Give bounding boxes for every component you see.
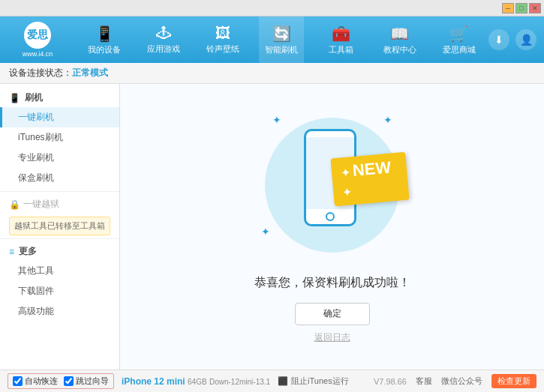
nav-tutorial[interactable]: 📖 教程中心 — [377, 16, 422, 63]
flash-section-title: 刷机 — [25, 91, 43, 104]
phone-home-btn — [326, 212, 335, 221]
sidebar-item-pro-flash[interactable]: 专业刷机 — [0, 148, 119, 168]
my-device-label: 我的设备 — [88, 44, 121, 55]
sidebar-item-itunes-flash[interactable]: iTunes刷机 — [0, 127, 119, 148]
nav-store[interactable]: 🛒 爱思商城 — [437, 16, 482, 63]
bottom-right: V7.98.66 客服 微信公众号 检查更新 — [374, 374, 536, 388]
nav-right: ⬇ 👤 — [488, 29, 544, 50]
sidebar-section-more: ≡ 更多 — [0, 242, 119, 261]
toolbox-icon: 🧰 — [332, 25, 350, 43]
smart-flash-icon: 🔄 — [272, 25, 291, 43]
logo-url: www.i4.cn — [23, 50, 53, 58]
jailbreak-notice: 越狱工具已转移至工具箱 — [9, 217, 110, 235]
download-button[interactable]: ⬇ — [488, 29, 509, 50]
skip-wizard-checkbox[interactable]: 跳过向导 — [64, 376, 109, 387]
jailbreak-title: 一键越狱 — [23, 198, 59, 211]
apps-games-label: 应用游戏 — [147, 43, 180, 55]
auto-connect-checkbox[interactable]: 自动恢连 — [13, 376, 58, 387]
ringtone-label: 铃声壁纸 — [206, 43, 239, 55]
sidebar-item-one-click-flash[interactable]: 一键刷机 — [0, 107, 119, 127]
smart-flash-label: 智能刷机 — [265, 44, 298, 55]
main-layout: 📱 刷机 一键刷机 iTunes刷机 专业刷机 保盒刷机 🔒 一键越狱 越狱工具… — [0, 84, 544, 370]
more-section-title: 更多 — [19, 245, 37, 258]
confirm-button[interactable]: 确定 — [295, 303, 370, 325]
lock-icon: 🔒 — [9, 199, 20, 210]
status-prefix: 设备连接状态： — [9, 67, 72, 79]
user-button[interactable]: 👤 — [515, 29, 536, 50]
phone-illustration: ✦ ✦ ✦ NEW — [257, 110, 407, 260]
top-nav: 爱思 www.i4.cn 📱 我的设备 🕹 应用游戏 🖼 铃声壁纸 🔄 智能刷机… — [0, 16, 544, 63]
sparkle-tl: ✦ — [272, 114, 281, 126]
sidebar-item-save-flash[interactable]: 保盒刷机 — [0, 168, 119, 188]
nav-apps-games[interactable]: 🕹 应用游戏 — [141, 16, 186, 63]
device-name: iPhone 12 mini — [122, 376, 185, 387]
skip-wizard-input[interactable] — [64, 376, 74, 386]
auto-connect-input[interactable] — [13, 376, 23, 386]
nav-items: 📱 我的设备 🕹 应用游戏 🖼 铃声壁纸 🔄 智能刷机 🧰 工具箱 📖 教程中心… — [75, 16, 488, 63]
status-bar: 设备连接状态： 正常模式 — [0, 63, 544, 84]
nav-my-device[interactable]: 📱 我的设备 — [82, 16, 127, 63]
version-text: V7.98.66 — [374, 377, 407, 386]
itunes-icon: ⬛ — [278, 376, 288, 386]
return-link[interactable]: 返回日志 — [314, 331, 350, 344]
nav-ringtone-wallpaper[interactable]: 🖼 铃声壁纸 — [200, 16, 245, 63]
my-device-icon: 📱 — [95, 25, 114, 43]
status-value: 正常模式 — [72, 67, 108, 79]
new-badge: NEW — [330, 151, 409, 205]
store-icon: 🛒 — [449, 25, 468, 43]
sidebar-item-other-tools[interactable]: 其他工具 — [0, 261, 119, 281]
more-section-icon: ≡ — [9, 247, 14, 257]
customer-service-link[interactable]: 客服 — [416, 376, 432, 387]
bottom-left: 自动恢连 跳过向导 iPhone 12 mini 64GB Down-12min… — [8, 373, 349, 389]
device-info: iPhone 12 mini 64GB Down-12mini-13.1 — [122, 376, 270, 387]
sidebar-section-flash: 📱 刷机 — [0, 88, 119, 107]
apps-games-icon: 🕹 — [156, 25, 171, 42]
itunes-notice: ⬛ 阻止iTunes运行 — [278, 376, 349, 387]
logo-icon: 爱思 — [24, 22, 51, 49]
bottom-bar: 自动恢连 跳过向导 iPhone 12 mini 64GB Down-12min… — [0, 370, 544, 392]
device-model: Down-12mini-13.1 — [209, 378, 270, 386]
flash-section-icon: 📱 — [9, 93, 20, 103]
bottom-checkboxes: 自动恢连 跳过向导 — [8, 373, 114, 389]
logo-area: 爱思 www.i4.cn — [0, 17, 75, 62]
sidebar-item-advanced[interactable]: 高级功能 — [0, 301, 119, 322]
check-update-button[interactable]: 检查更新 — [491, 374, 536, 388]
sidebar-item-download-firmware[interactable]: 下载固件 — [0, 281, 119, 301]
minimize-button[interactable]: ─ — [502, 3, 514, 13]
nav-toolbox[interactable]: 🧰 工具箱 — [318, 16, 363, 63]
sidebar-section-jailbreak: 🔒 一键越狱 — [0, 195, 119, 214]
close-button[interactable]: ✕ — [529, 3, 541, 13]
tutorial-label: 教程中心 — [383, 44, 416, 55]
nav-smart-flash[interactable]: 🔄 智能刷机 — [259, 16, 304, 63]
device-storage: 64GB — [188, 378, 207, 386]
sidebar-divider-2 — [0, 238, 119, 239]
maximize-button[interactable]: □ — [515, 3, 527, 13]
sidebar: 📱 刷机 一键刷机 iTunes刷机 专业刷机 保盒刷机 🔒 一键越狱 越狱工具… — [0, 84, 120, 370]
content-area: ✦ ✦ ✦ NEW 恭喜您，保资料刷机成功啦！ 确定 返回日志 — [120, 84, 544, 370]
wechat-public-link[interactable]: 微信公众号 — [441, 376, 482, 387]
title-bar: ─ □ ✕ — [0, 0, 544, 16]
toolbox-label: 工具箱 — [329, 44, 353, 55]
success-text: 恭喜您，保资料刷机成功啦！ — [254, 275, 410, 291]
sidebar-divider-1 — [0, 191, 119, 192]
sparkle-bl: ✦ — [261, 226, 270, 238]
sparkle-tr: ✦ — [383, 114, 392, 126]
ringtone-icon: 🖼 — [215, 25, 230, 42]
tutorial-icon: 📖 — [390, 25, 409, 43]
store-label: 爱思商城 — [443, 44, 476, 55]
